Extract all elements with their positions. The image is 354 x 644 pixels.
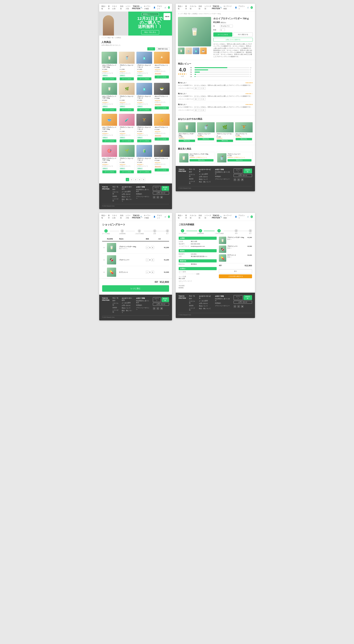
qty-minus-0[interactable]: − bbox=[146, 246, 149, 249]
page-btn-4[interactable]: 4 bbox=[138, 178, 141, 181]
add-cart-btn-4[interactable]: カートに入れる bbox=[102, 108, 116, 111]
ftr-d-list[interactable]: 商品一覧 bbox=[189, 168, 196, 170]
add-cart-btn-1[interactable]: カートに入れる bbox=[120, 77, 134, 80]
footer-link-product[interactable]: 商品について bbox=[122, 196, 133, 198]
search-icon-o[interactable]: 🔍 bbox=[220, 216, 222, 218]
add-cart-btn-0[interactable]: カートに入れる bbox=[102, 77, 116, 80]
nav-purpose-o[interactable]: 目的別 bbox=[199, 214, 203, 219]
ftr-c-commerce[interactable]: 特定商取引に基づく表示 bbox=[136, 300, 150, 304]
account-icon-d[interactable]: 👤 bbox=[235, 7, 237, 8]
fb-icon-o[interactable]: f bbox=[234, 305, 236, 308]
nav-new-o[interactable]: 新作 bbox=[185, 214, 188, 219]
search-icon[interactable]: 🔍 bbox=[140, 7, 142, 8]
footer-link-series[interactable]: シリーズ別 bbox=[112, 198, 119, 202]
recent-btn-0[interactable]: 商品を見る bbox=[190, 159, 214, 162]
nav-item-series[interactable]: シリーズ別 bbox=[126, 5, 132, 10]
thumb-3[interactable]: 🧴 bbox=[193, 48, 199, 54]
helpful-btn-2[interactable]: はい bbox=[194, 109, 199, 112]
not-helpful-btn-2[interactable]: いいえ bbox=[199, 109, 206, 112]
add-cart-btn-8[interactable]: カートに入れる bbox=[102, 140, 116, 142]
ftr-o-series[interactable]: シリーズ別 bbox=[189, 307, 196, 311]
add-cart-btn-7[interactable]: カートに入れる bbox=[155, 106, 169, 110]
qty-select[interactable]: 1 2 3 bbox=[220, 28, 225, 31]
rec-btn-1[interactable]: 商品を見る bbox=[198, 138, 214, 140]
page-btn-1[interactable]: 1 bbox=[126, 178, 129, 181]
add-cart-btn-6[interactable]: カートに入れる bbox=[137, 108, 151, 111]
thumb-1[interactable]: 🥛 bbox=[178, 48, 185, 54]
add-cart-btn-5[interactable]: カートに入れる bbox=[120, 108, 134, 111]
flavor-select[interactable]: チョコレート バニラ ストロベリー bbox=[220, 25, 233, 28]
ftr-o-list[interactable]: 商品一覧 bbox=[189, 295, 196, 297]
ftr-c-list[interactable]: 商品一覧 bbox=[112, 297, 119, 299]
ftr-c-login[interactable]: ログイン bbox=[153, 297, 161, 302]
add-cart-btn-13[interactable]: カートに入れる bbox=[120, 170, 134, 173]
add-cart-btn-10[interactable]: カートに入れる bbox=[137, 140, 151, 142]
fb-icon-d[interactable]: f bbox=[234, 178, 236, 181]
ftr-c-register[interactable]: 新規登録 bbox=[161, 297, 169, 302]
add-cart-btn-3[interactable]: カートに入れる bbox=[155, 76, 169, 78]
ftr-o-register[interactable]: 新規登録 bbox=[243, 295, 252, 300]
add-cart-btn-2[interactable]: カートに入れる bbox=[137, 77, 151, 80]
ftr-d-qty[interactable]: 商品・量について bbox=[199, 181, 212, 183]
ftr-d-series[interactable]: シリーズ別 bbox=[189, 181, 196, 184]
qty-minus-2[interactable]: − bbox=[146, 271, 149, 274]
ftr-c-style[interactable]: スタイル別 bbox=[112, 302, 119, 306]
not-helpful-btn-0[interactable]: いいえ bbox=[199, 87, 206, 90]
add-cart-btn-12[interactable]: カートに入れる bbox=[102, 170, 116, 173]
cart-icon-c[interactable]: 🛒 bbox=[164, 216, 166, 218]
nav-list-d[interactable]: 商品一覧 bbox=[178, 5, 184, 10]
ftr-d-new[interactable]: 新作 bbox=[189, 171, 196, 173]
footer-link-commerce[interactable]: 特定商取引に基づく表示 bbox=[136, 189, 150, 192]
ftr-d-login[interactable]: ログイン bbox=[234, 168, 243, 173]
ig-icon-c[interactable]: ✦ bbox=[160, 307, 163, 310]
ftr-c-product[interactable]: 商品について bbox=[122, 307, 133, 309]
ftr-c-series[interactable]: シリーズ別 bbox=[112, 310, 119, 313]
thumb-4[interactable]: ☕ bbox=[200, 48, 207, 54]
qty-minus-1[interactable]: − bbox=[146, 258, 149, 261]
nav-style-c[interactable]: スタイル別 bbox=[112, 214, 119, 219]
nav-item-new[interactable]: 新作 bbox=[108, 5, 111, 10]
qty-plus-0[interactable]: + bbox=[151, 246, 154, 249]
footer-link-privacy[interactable]: プライバシーポリシー bbox=[136, 196, 150, 200]
ftr-d-privacy[interactable]: プライバシーポリシー bbox=[215, 178, 231, 180]
add-cart-btn-15[interactable]: カートに入れる bbox=[155, 168, 169, 172]
nav-list-o[interactable]: 商品一覧 bbox=[178, 214, 184, 219]
nav-item-list[interactable]: 商品一覧 bbox=[101, 5, 107, 10]
ftr-d-register[interactable]: 新規登録 bbox=[243, 168, 252, 173]
add-to-cart-button[interactable]: カートに入れる bbox=[213, 32, 232, 37]
footer-link-contact[interactable]: お問い合わせ bbox=[122, 193, 133, 195]
ftr-o-new[interactable]: 新作 bbox=[189, 298, 196, 300]
rec-btn-2[interactable]: 商品を見る bbox=[217, 140, 233, 142]
ftr-d-contact[interactable]: お問い合わせ bbox=[199, 176, 212, 178]
ftr-o-contact[interactable]: お問い合わせ bbox=[199, 302, 212, 304]
footer-link-new[interactable]: 新作 bbox=[112, 188, 119, 190]
ig-icon-o[interactable]: ✦ bbox=[241, 305, 244, 308]
ftr-c-inquiry[interactable]: お問い合わせ bbox=[153, 303, 169, 306]
nav-purpose-d[interactable]: 目的別 bbox=[199, 5, 203, 10]
ftr-d-purpose[interactable]: 目的別 bbox=[189, 178, 196, 180]
footer-register-button[interactable]: 新規登録 bbox=[161, 186, 169, 191]
cart-icon-d[interactable]: 🛒 bbox=[247, 7, 249, 8]
search-icon-d[interactable]: 🔍 bbox=[220, 7, 222, 8]
remove-btn-0[interactable]: ✕ bbox=[102, 246, 106, 248]
sort-list-button[interactable]: リスト bbox=[147, 47, 155, 50]
ftr-d-style[interactable]: スタイル別 bbox=[189, 174, 196, 177]
page-btn-3[interactable]: 3 bbox=[134, 178, 137, 181]
ftr-o-terms[interactable]: 利用規約 bbox=[215, 302, 231, 304]
search-icon-c[interactable]: 🔍 bbox=[140, 216, 142, 218]
hero-cta-button[interactable]: 商品一覧を見る bbox=[141, 30, 159, 34]
footer-link-terms[interactable]: 利用規約 bbox=[136, 193, 150, 195]
tw-icon-d[interactable]: t bbox=[237, 178, 240, 181]
account-icon-c[interactable]: 👤 bbox=[153, 216, 155, 218]
recent-btn-1[interactable]: 商品を見る bbox=[228, 159, 252, 162]
ftr-d-product[interactable]: 商品について bbox=[199, 178, 212, 180]
nav-series-o[interactable]: シリーズ別 bbox=[205, 214, 212, 219]
nav-purpose-c[interactable]: 目的別 bbox=[120, 214, 124, 219]
tw-icon-o[interactable]: t bbox=[237, 305, 240, 308]
rec-btn-3[interactable]: 商品を見る bbox=[236, 138, 252, 140]
cart-icon-o[interactable]: 🛒 bbox=[247, 216, 249, 218]
add-cart-btn-9[interactable]: カートに入れる bbox=[120, 140, 134, 142]
twitter-icon[interactable]: t bbox=[156, 196, 159, 198]
ftr-c-contact[interactable]: お問い合わせ bbox=[122, 304, 133, 306]
ftr-c-new[interactable]: 新作 bbox=[112, 300, 119, 302]
